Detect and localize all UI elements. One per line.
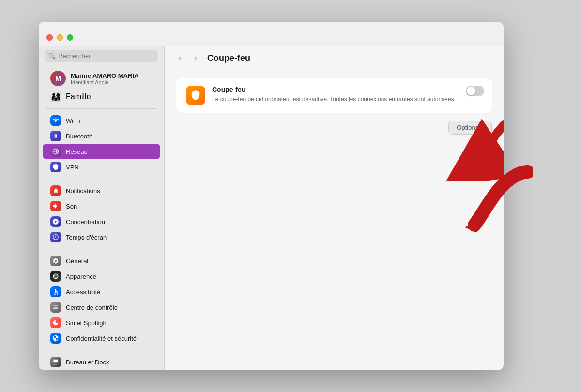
user-subtitle: Identifiant Apple (71, 79, 138, 85)
vpn-icon (50, 162, 61, 172)
title-bar (39, 22, 504, 46)
back-chevron-icon: ‹ (179, 54, 181, 62)
close-button[interactable] (46, 34, 53, 41)
temps-label: Temps d'écran (66, 234, 107, 241)
firewall-description: Le coupe-feu de cet ordinateur est désac… (212, 95, 482, 104)
son-icon (50, 201, 61, 211)
famille-icon: 👨‍👩‍👧 (50, 91, 61, 102)
firewall-toggle[interactable] (466, 86, 484, 96)
main-window: 🔍 M Marine AMARO MARIA Identifiant Apple… (39, 22, 504, 370)
sidebar: 🔍 M Marine AMARO MARIA Identifiant Apple… (39, 46, 165, 370)
centre-label: Centre de contrôle (66, 304, 118, 311)
accessibilite-icon (50, 286, 61, 297)
search-icon: 🔍 (48, 53, 56, 60)
reseau-label: Réseau (66, 148, 88, 155)
famille-label: Famille (66, 92, 91, 101)
options-button[interactable]: Options... (448, 121, 492, 135)
sidebar-item-bluetooth[interactable]: Bluetooth (43, 128, 160, 144)
firewall-title: Coupe-feu (212, 86, 482, 93)
firewall-icon (186, 86, 205, 105)
general-icon (50, 256, 61, 266)
sidebar-item-apparence[interactable]: Apparence (43, 269, 160, 284)
sidebar-item-moniteurs[interactable]: Moniteurs (43, 370, 160, 370)
notifications-label: Notifications (66, 187, 100, 195)
detail-body: Coupe-feu Le coupe-feu de cet ordinateur… (165, 70, 504, 370)
sidebar-item-confidentialite[interactable]: Confidentialité et sécurité (43, 331, 160, 346)
sidebar-item-siri[interactable]: Siri et Spotlight (43, 315, 160, 331)
general-label: Général (66, 257, 88, 265)
svg-point-2 (55, 289, 56, 290)
siri-label: Siri et Spotlight (66, 319, 108, 327)
sidebar-item-general[interactable]: Général (43, 253, 160, 269)
centre-icon (50, 302, 61, 313)
confidentialite-label: Confidentialité et sécurité (66, 335, 137, 342)
bluetooth-label: Bluetooth (66, 133, 92, 140)
concentration-icon (50, 216, 61, 227)
apparence-label: Apparence (66, 273, 96, 280)
sidebar-item-user[interactable]: M Marine AMARO MARIA Identifiant Apple (43, 68, 160, 89)
sidebar-item-temps[interactable]: Temps d'écran (43, 229, 160, 245)
forward-button[interactable]: › (190, 52, 201, 64)
minimize-button[interactable] (57, 34, 63, 41)
prefs-section: Général Apparence Accessibilité (39, 253, 164, 346)
divider-1 (46, 108, 156, 109)
sidebar-item-notifications[interactable]: Notifications (43, 183, 160, 198)
notifications-icon (50, 185, 61, 196)
accessibilite-label: Accessibilité (66, 288, 101, 296)
sidebar-item-centre[interactable]: Centre de contrôle (43, 300, 160, 315)
traffic-lights (46, 34, 73, 41)
sidebar-item-accessibilite[interactable]: Accessibilité (43, 284, 160, 300)
sidebar-item-vpn[interactable]: VPN (43, 159, 160, 175)
avatar: M (50, 71, 66, 86)
reseau-icon (50, 146, 61, 157)
sidebar-item-wifi[interactable]: Wi-Fi (43, 113, 160, 128)
apparence-icon (50, 271, 61, 282)
main-content: 🔍 M Marine AMARO MARIA Identifiant Apple… (39, 46, 504, 370)
sidebar-item-reseau[interactable]: Réseau (43, 144, 160, 159)
sidebar-item-concentration[interactable]: Concentration (43, 214, 160, 229)
network-section: Wi-Fi Bluetooth Réseau (39, 113, 164, 175)
divider-3 (46, 249, 156, 249)
sidebar-item-famille[interactable]: 👨‍👩‍👧 Famille (43, 89, 160, 105)
sidebar-item-bureau[interactable]: Bureau et Dock (43, 354, 160, 370)
wifi-label: Wi-Fi (66, 117, 80, 124)
user-name: Marine AMARO MARIA (71, 72, 138, 79)
wifi-icon (50, 115, 61, 126)
divider-2 (46, 179, 156, 179)
temps-icon (50, 232, 61, 242)
options-container: Options... (176, 121, 492, 135)
back-button[interactable]: ‹ (174, 52, 186, 64)
firewall-card: Coupe-feu Le coupe-feu de cet ordinateur… (176, 78, 492, 113)
bureau-label: Bureau et Dock (66, 359, 109, 366)
search-container: 🔍 (45, 50, 158, 62)
siri-icon (50, 317, 61, 328)
search-input[interactable] (45, 50, 158, 62)
concentration-label: Concentration (66, 218, 105, 226)
bluetooth-icon (50, 131, 61, 141)
vpn-label: VPN (66, 164, 79, 171)
confidentialite-icon (50, 333, 61, 344)
bureau-icon (50, 357, 61, 367)
divider-4 (46, 350, 156, 350)
page-title: Coupe-feu (207, 53, 250, 63)
sidebar-item-son[interactable]: Son (43, 198, 160, 214)
desktop-section: Bureau et Dock Moniteurs Fond d'écran (39, 354, 164, 370)
detail-panel: ‹ › Coupe-feu Coupe-feu Le coupe-feu de … (165, 46, 504, 370)
detail-header: ‹ › Coupe-feu (165, 46, 504, 70)
system-section: Notifications Son Concentration (39, 183, 164, 245)
maximize-button[interactable] (67, 34, 73, 41)
forward-chevron-icon: › (194, 54, 197, 62)
son-label: Son (66, 203, 77, 210)
